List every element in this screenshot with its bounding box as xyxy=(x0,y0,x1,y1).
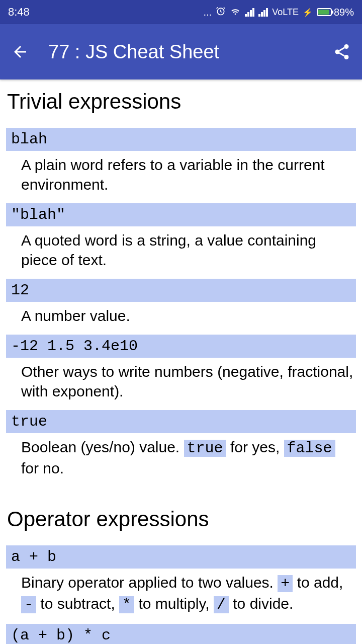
code-header: -12 1.5 3.4e10 xyxy=(6,335,356,358)
code-header: (a + b) * c xyxy=(6,624,356,644)
inline-code: / xyxy=(214,596,229,613)
status-bar: 8:48 ... VoLTE ⚡ 89% xyxy=(0,0,362,24)
code-header: blah xyxy=(6,128,356,151)
inline-code: * xyxy=(119,596,134,613)
content[interactable]: Trivial expressionsblahA plain word refe… xyxy=(0,79,362,644)
signal-icon-2 xyxy=(258,8,268,17)
app-bar: 77 : JS Cheat Sheet xyxy=(0,24,362,79)
code-header: a + b xyxy=(6,545,356,569)
wifi-icon xyxy=(230,6,241,19)
description: A number value. xyxy=(6,303,356,335)
description: Binary operator applied to two values. +… xyxy=(6,570,356,624)
code-header: true xyxy=(6,410,356,433)
battery-percent: 89% xyxy=(334,7,354,18)
status-right: ... VoLTE ⚡ 89% xyxy=(204,6,354,19)
inline-code: true xyxy=(184,440,226,457)
inline-code: + xyxy=(278,575,293,592)
section-title: Operator expressions xyxy=(6,507,356,531)
code-header: "blah" xyxy=(6,203,356,226)
share-button[interactable] xyxy=(332,43,352,61)
volte-label: VoLTE xyxy=(272,7,299,18)
section-title: Trivial expressions xyxy=(6,90,356,114)
battery-icon xyxy=(317,8,332,16)
back-button[interactable] xyxy=(10,43,30,61)
bolt-icon: ⚡ xyxy=(303,8,313,17)
svg-point-1 xyxy=(344,44,349,49)
code-header: 12 xyxy=(6,279,356,302)
signal-icon-1 xyxy=(245,8,254,17)
status-time: 8:48 xyxy=(8,6,30,19)
svg-point-3 xyxy=(344,55,349,59)
svg-point-2 xyxy=(335,50,340,54)
description: Other ways to write numbers (negative, f… xyxy=(6,359,356,410)
battery: 89% xyxy=(317,7,354,18)
description: A plain word refers to a variable in the… xyxy=(6,152,356,203)
alarm-icon xyxy=(216,6,226,19)
description: Boolean (yes/no) value. true for yes, fa… xyxy=(6,434,356,487)
page-title: 77 : JS Cheat Sheet xyxy=(48,41,332,63)
dots-icon: ... xyxy=(204,7,212,18)
description: A quoted word is a string, a value conta… xyxy=(6,227,356,279)
inline-code: - xyxy=(21,596,36,613)
inline-code: false xyxy=(284,440,335,457)
